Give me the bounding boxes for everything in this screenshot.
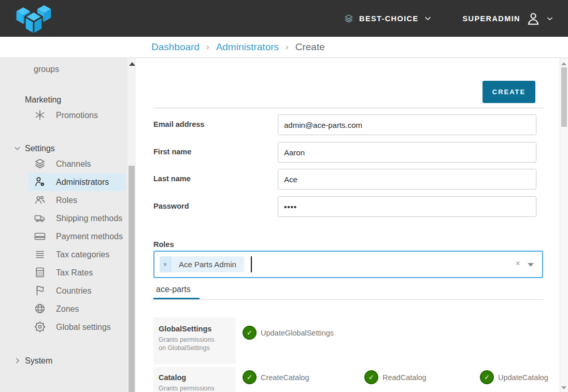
email-field[interactable] [278,114,536,135]
sidebar-item-channels[interactable]: Channels [29,155,125,173]
list-icon [34,248,46,260]
nav-label: Global settings [56,323,111,331]
form-row-email: Email address [153,114,543,135]
vendure-logo-icon[interactable] [13,2,54,35]
permission-row-catalog: Catalog Grants permissions on Products, … [153,367,543,392]
permission-group-title: Catalog [159,373,231,382]
permission-group-description: Grants permissions on GlobalSettings [159,336,220,352]
user-gear-icon [34,176,46,188]
chevron-down-icon [424,14,432,22]
sidebar-item-roles[interactable]: Roles [29,191,125,209]
sidebar-scrollbar-thumb[interactable] [129,166,135,392]
sidebar-item-zones[interactable]: Zones [29,300,125,318]
text-cursor [251,256,252,272]
first-name-field[interactable] [278,142,536,163]
checked-toggle-icon: ✓ [480,370,494,384]
sidebar-item-promotions[interactable]: Promotions [29,106,125,124]
scroll-down-arrow-icon[interactable] [561,386,566,389]
roles-select[interactable]: × Ace Parts Admin × [153,251,543,278]
last-name-label: Last name [153,175,191,183]
main-content: CREATE Email address First name Last nam… [137,58,560,392]
chevron-down-icon [546,15,553,22]
permission-group-header: GlobalSettings Grants permissions on Glo… [153,317,236,364]
flag-icon [34,284,46,297]
permission-toggle-updatecatalog[interactable]: ✓ UpdateCatalog [480,370,548,384]
permission-label: UpdateCatalog [498,373,548,382]
page-scrollbar-thumb[interactable] [561,67,567,127]
permission-label: ReadCatalog [382,373,427,382]
permission-group-title: GlobalSettings [159,325,231,333]
first-name-label: First name [153,148,191,156]
channel-switcher[interactable]: BEST-CHOICE [344,13,432,24]
section-label: Settings [25,144,55,153]
permission-row-globalsettings: GlobalSettings Grants permissions on Glo… [153,317,543,364]
nav-label: Administrators [56,178,109,186]
section-label: System [25,356,52,365]
permission-label: CreateCatalog [261,373,309,382]
sidebar-scrollbar[interactable] [127,58,137,392]
permission-cells: ✓ UpdateGlobalSettings [236,317,543,364]
top-header: BEST-CHOICE SUPERADMIN [0,0,568,37]
password-label: Password [153,202,189,210]
nav-label: Promotions [56,111,98,120]
asterisk-icon [34,109,46,121]
layers-icon [34,157,46,170]
last-name-field[interactable] [278,169,536,190]
nav-label: Tax categories [56,250,109,259]
sidebar-section-marketing: Marketing [25,93,127,106]
sidebar-item-tax-categories[interactable]: Tax categories [29,245,125,264]
chip-remove-icon[interactable]: × [160,256,171,272]
nav-label: Shipping methods [56,214,122,223]
form-row-first-name: First name [153,142,543,163]
permission-toggle-updateglobalsettings[interactable]: ✓ UpdateGlobalSettings [243,326,334,340]
globe-icon [34,302,46,315]
user-menu[interactable]: SUPERADMIN [463,11,553,26]
sidebar-item-global-settings[interactable]: Global settings [29,318,125,336]
sidebar-section-settings[interactable]: Settings [25,142,127,155]
nav-label: Zones [56,304,79,313]
tab-ace-parts[interactable]: ace-parts [156,285,191,294]
permission-toggle-readcatalog[interactable]: ✓ ReadCatalog [364,370,427,384]
scroll-up-arrow-icon[interactable] [129,62,135,66]
breadcrumb: Dashboard › Administrators › Create [0,37,568,58]
permission-group-description: Grants permissions on Products, Facets [159,384,220,392]
form-row-password: Password [153,196,543,217]
clear-icon[interactable]: × [516,259,520,268]
password-field[interactable] [278,196,536,217]
sidebar-item-payment-methods[interactable]: Payment methods [29,227,125,245]
credit-card-icon [34,230,46,242]
calculator-icon [34,266,46,279]
permission-group-header: Catalog Grants permissions on Products, … [153,367,236,392]
chevron-right-icon [13,357,21,365]
sidebar-section-system[interactable]: System [25,354,127,367]
user-label: SUPERADMIN [463,14,520,23]
section-label: Marketing [25,95,61,104]
breadcrumb-separator: › [206,42,209,52]
nav-label: Countries [56,286,91,295]
page-scrollbar[interactable] [560,58,568,392]
create-button[interactable]: CREATE [482,81,535,103]
app-screen: BEST-CHOICE SUPERADMIN Dashboard › Admin… [0,0,568,392]
breadcrumb-administrators[interactable]: Administrators [216,41,279,53]
scroll-up-arrow-icon[interactable] [561,62,566,65]
nav-label: Payment methods [56,232,123,241]
role-chip: × Ace Parts Admin [160,256,244,272]
sidebar-item-administrators[interactable]: Administrators [29,173,125,191]
checked-toggle-icon: ✓ [243,326,257,340]
permission-toggle-createcatalog[interactable]: ✓ CreateCatalog [243,370,309,384]
sidebar-item-countries[interactable]: Countries [29,282,125,300]
divider [153,108,543,108]
breadcrumb-current: Create [295,41,325,53]
dropdown-caret-icon[interactable] [528,263,534,267]
checked-toggle-icon: ✓ [243,370,257,384]
email-label: Email address [153,120,204,128]
user-icon [526,11,541,26]
breadcrumb-dashboard[interactable]: Dashboard [151,41,200,53]
sidebar-item-shipping-methods[interactable]: Shipping methods [29,209,125,227]
sidebar-item-customer-groups-partial[interactable]: groups [34,63,127,76]
form-row-last-name: Last name [153,169,543,190]
users-icon [34,194,46,206]
sidebar-item-tax-rates[interactable]: Tax Rates [29,264,125,282]
cog-icon [34,321,46,333]
chip-label: Ace Parts Admin [171,256,244,272]
